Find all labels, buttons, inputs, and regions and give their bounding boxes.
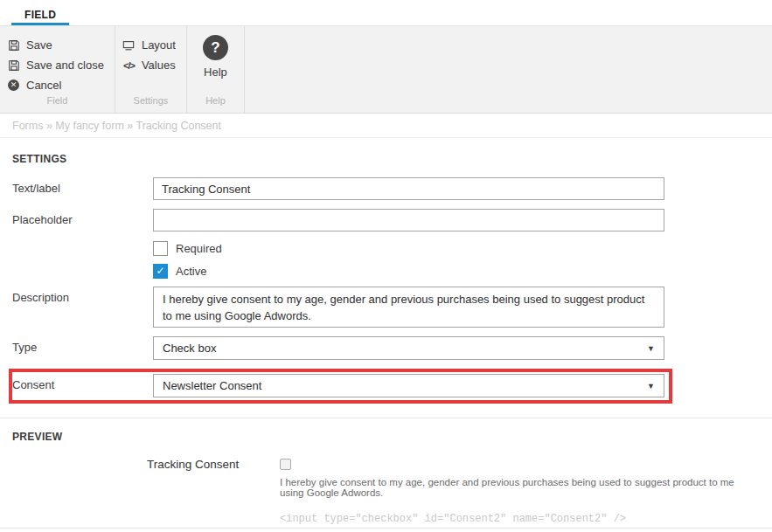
preview-checkbox[interactable] <box>280 459 291 470</box>
chevron-down-icon: ▼ <box>647 344 655 353</box>
ribbon-group-label-help: Help <box>187 95 244 113</box>
preview-field-label: Tracking Consent <box>147 457 280 471</box>
required-label: Required <box>176 242 222 255</box>
layout-label: Layout <box>142 38 176 52</box>
ribbon-group-label-settings: Settings <box>115 95 186 113</box>
ribbon-group-field: Save Save and close ✕ Cancel Fiel <box>0 26 115 113</box>
section-divider <box>0 418 772 418</box>
placeholder-input[interactable] <box>153 209 664 231</box>
preview-description: I hereby give consent to my age, gender … <box>280 477 752 498</box>
cancel-button[interactable]: ✕ Cancel <box>7 75 104 95</box>
save-and-close-label: Save and close <box>26 59 104 72</box>
ribbon-toolbar: Save Save and close ✕ Cancel Fiel <box>0 26 772 114</box>
tab-strip: FIELD <box>0 0 772 26</box>
preview-field-row: Tracking Consent <box>147 457 772 471</box>
settings-heading: SETTINGS <box>12 153 772 165</box>
cancel-label: Cancel <box>26 79 61 92</box>
description-label: Description <box>12 287 153 328</box>
ribbon-group-settings: Layout </> Values Settings <box>115 26 187 113</box>
help-button-label[interactable]: Help <box>204 66 227 79</box>
description-textarea[interactable]: I hereby give consent to my age, gender … <box>153 287 664 328</box>
tab-field-label: FIELD <box>24 9 56 21</box>
breadcrumb: Forms » My fancy form » Tracking Consent <box>0 114 772 138</box>
preview-heading: PREVIEW <box>12 431 772 443</box>
type-select-value: Check box <box>163 342 216 355</box>
placeholder-row: Placeholder <box>12 209 772 231</box>
text-label-label: Text/label <box>12 177 153 200</box>
required-row: Required <box>153 240 772 256</box>
tab-active-underline <box>11 23 69 25</box>
active-checkbox[interactable]: ✓ <box>153 264 168 279</box>
save-and-close-button[interactable]: Save and close <box>7 55 104 75</box>
layout-button[interactable]: Layout <box>122 35 176 55</box>
save-button[interactable]: Save <box>7 35 104 55</box>
description-row: Description I hereby give consent to my … <box>12 287 772 328</box>
save-icon <box>7 38 20 52</box>
type-row: Type Check box ▼ <box>12 336 772 360</box>
chevron-down-icon: ▼ <box>647 382 655 390</box>
type-select[interactable]: Check box ▼ <box>153 336 664 360</box>
required-checkbox[interactable] <box>153 241 168 256</box>
values-icon: </> <box>122 59 136 72</box>
placeholder-label: Placeholder <box>12 209 153 231</box>
bottom-divider <box>0 528 772 529</box>
cancel-icon: ✕ <box>7 79 20 92</box>
consent-row-highlight: Consent Newsletter Consent ▼ <box>9 369 672 404</box>
preview-code-snippet: <input type="checkbox" id="Consent2" nam… <box>280 513 772 525</box>
consent-select-value: Newsletter Consent <box>163 379 261 392</box>
active-label: Active <box>176 265 206 278</box>
help-icon[interactable]: ? <box>203 35 228 60</box>
values-label: Values <box>142 59 176 72</box>
breadcrumb-text[interactable]: Forms » My fancy form » Tracking Consent <box>12 120 221 132</box>
active-row: ✓ Active <box>153 263 772 279</box>
save-label: Save <box>26 38 52 52</box>
tab-field[interactable]: FIELD <box>11 9 69 25</box>
type-label: Type <box>12 336 153 360</box>
ribbon-group-label-field: Field <box>0 95 115 113</box>
save-icon <box>7 59 20 72</box>
consent-label: Consent <box>12 374 153 397</box>
layout-icon <box>122 38 136 52</box>
ribbon-group-help: ? Help Help <box>187 26 245 113</box>
values-button[interactable]: </> Values <box>122 55 176 75</box>
text-label-row: Text/label <box>12 177 772 200</box>
text-label-input[interactable] <box>153 177 664 200</box>
consent-select[interactable]: Newsletter Consent ▼ <box>153 374 664 397</box>
